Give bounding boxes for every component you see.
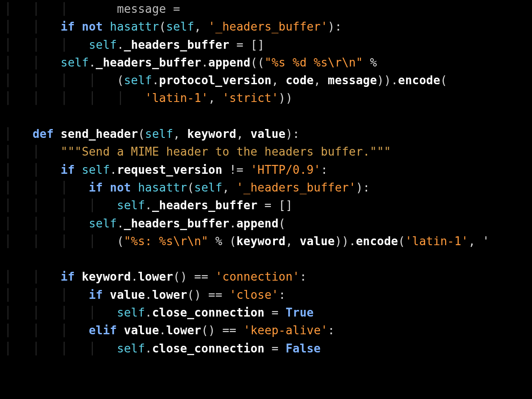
keyword-if: if	[61, 270, 75, 283]
self-ref: self	[89, 38, 117, 51]
keyword-not: not	[110, 181, 131, 194]
method: append	[236, 217, 278, 230]
string-literal: 'HTTP/0.9'	[250, 163, 321, 176]
string-literal: 'connection'	[215, 270, 300, 283]
self-ref: self	[117, 199, 145, 212]
method: lower	[166, 324, 201, 337]
var: keyword	[236, 235, 286, 248]
string-literal: 'latin-1'	[145, 91, 208, 105]
method: encode	[356, 235, 398, 248]
param: keyword	[187, 127, 236, 141]
builtin-hasattr: hasattr	[138, 181, 187, 194]
method: append	[208, 56, 250, 69]
var: message	[328, 74, 377, 87]
keyword-elif: elif	[89, 324, 117, 337]
attr: _headers_buffer	[96, 56, 201, 69]
code-editor[interactable]: │ │ │ message = │ │ if not hasattr(self,…	[0, 0, 532, 357]
self-ref: self	[89, 217, 117, 230]
empty-list: []	[250, 38, 265, 51]
bool-false: False	[286, 342, 321, 355]
var: keyword	[82, 270, 131, 283]
string-literal: '_headers_buffer'	[208, 20, 328, 33]
attr: _headers_buffer	[124, 38, 230, 51]
var: value	[124, 324, 159, 337]
self-ref: self	[117, 342, 145, 355]
self-ref: self	[117, 306, 145, 319]
attr: protocol_version	[159, 74, 272, 87]
param: value	[250, 127, 286, 141]
var: value	[300, 235, 335, 248]
string-literal: 'close'	[229, 288, 278, 301]
self-ref: self	[82, 163, 110, 176]
docstring: """Send a MIME header to the headers buf…	[61, 145, 391, 158]
attr: close_connection	[152, 342, 265, 355]
keyword-not: not	[82, 20, 103, 33]
keyword-if: if	[89, 288, 103, 301]
self-ref: self	[61, 56, 89, 69]
self-ref: self	[145, 127, 173, 141]
string-literal: 'latin-1'	[405, 235, 469, 248]
self-ref: self	[124, 74, 152, 87]
builtin-hasattr: hasattr	[110, 20, 159, 33]
keyword-if: if	[61, 20, 75, 33]
attr: _headers_buffer	[152, 199, 258, 212]
partial-line: message =	[117, 2, 180, 16]
keyword-if: if	[61, 163, 75, 176]
bool-true: True	[286, 306, 313, 319]
func-name: send_header	[61, 127, 138, 141]
attr: _headers_buffer	[124, 217, 230, 230]
attr: close_connection	[152, 306, 265, 319]
method: lower	[138, 270, 173, 283]
string-literal: '_headers_buffer'	[236, 181, 356, 194]
op-ne: !=	[229, 163, 243, 176]
keyword-if: if	[89, 181, 103, 194]
keyword-def: def	[32, 127, 54, 141]
method: encode	[398, 74, 440, 87]
var: code	[286, 74, 313, 87]
method: lower	[152, 288, 187, 301]
eq: =	[236, 38, 243, 51]
string-literal: 'strict'	[222, 91, 278, 105]
string-literal: 'keep-alive'	[243, 324, 328, 337]
format-string: "%s %d %s\r\n"	[265, 56, 363, 69]
format-string: "%s: %s\r\n"	[124, 235, 208, 248]
self-ref: self	[194, 181, 222, 194]
var: value	[110, 288, 145, 301]
self-ref: self	[166, 20, 194, 33]
attr: request_version	[117, 163, 223, 176]
